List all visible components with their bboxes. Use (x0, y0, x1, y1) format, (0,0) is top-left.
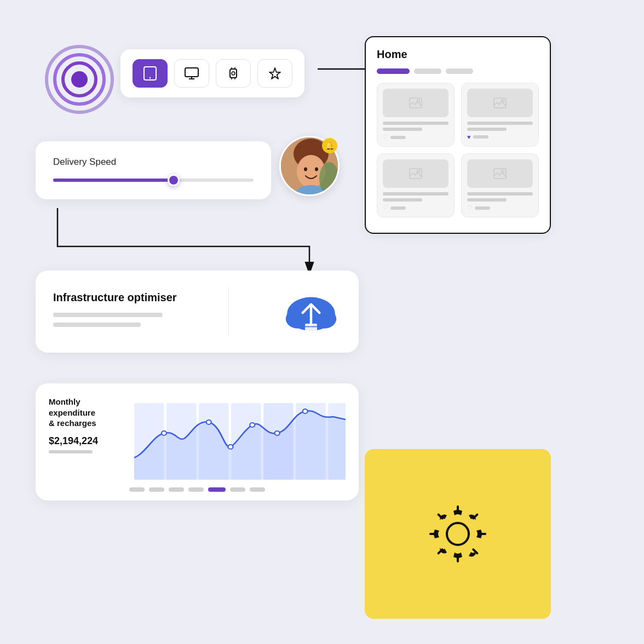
mini-card-img-2 (467, 89, 533, 117)
home-tabs (377, 68, 539, 74)
delivery-slider-thumb[interactable] (168, 174, 180, 186)
expenditure-sub-line (49, 450, 93, 453)
dot-2[interactable] (149, 487, 164, 492)
delivery-speed-card: Delivery Speed (36, 141, 271, 199)
infra-left: Infrastructure optimiser (53, 291, 177, 332)
infra-card: Infrastructure optimiser (36, 271, 359, 353)
svg-point-52 (447, 523, 469, 545)
home-tab-3[interactable] (446, 68, 473, 74)
infra-line-1 (53, 313, 163, 317)
home-panel-title: Home (377, 48, 539, 61)
infra-line-2 (53, 323, 141, 327)
dot-6[interactable] (230, 487, 245, 492)
svg-rect-6 (185, 68, 198, 77)
home-tab-1[interactable] (377, 68, 410, 74)
home-mini-card-4: ♡ (461, 153, 539, 217)
mini-card-img-3 (383, 159, 449, 188)
svg-point-32 (502, 170, 504, 173)
svg-point-47 (206, 420, 211, 424)
svg-rect-10 (230, 69, 237, 78)
dot-5[interactable] (208, 487, 226, 492)
dot-7[interactable] (250, 487, 265, 492)
notification-badge: 🔔 (322, 138, 337, 153)
home-card-grid: ♡ ♥ (377, 83, 539, 217)
home-panel: Home ♡ (365, 36, 551, 234)
svg-point-48 (250, 423, 255, 427)
gear-icon (425, 501, 491, 567)
svg-point-30 (417, 170, 420, 173)
home-mini-card-1: ♡ (377, 83, 455, 147)
expenditure-card: Monthly expenditure& recharges $2,194,22… (36, 383, 359, 501)
mini-card-img-4 (467, 159, 533, 188)
expenditure-chart (134, 403, 346, 480)
svg-point-50 (228, 445, 233, 449)
star-button[interactable] (257, 59, 292, 88)
tablet-button[interactable] (133, 59, 168, 88)
svg-rect-37 (305, 324, 317, 332)
cloud-upload-icon (281, 287, 341, 336)
delivery-speed-label: Delivery Speed (53, 157, 254, 168)
svg-point-23 (319, 162, 339, 195)
pagination-dots (49, 487, 346, 492)
watch-button[interactable] (216, 59, 251, 88)
svg-point-28 (502, 100, 504, 102)
svg-rect-27 (494, 98, 506, 108)
svg-point-15 (232, 72, 235, 75)
dot-1[interactable] (129, 487, 145, 492)
dot-4[interactable] (188, 487, 204, 492)
home-mini-card-2: ♥ (461, 83, 539, 147)
svg-rect-25 (410, 98, 422, 108)
expenditure-title: Monthly expenditure& recharges (49, 396, 125, 429)
delivery-slider-track[interactable] (53, 179, 254, 182)
infra-divider (228, 287, 229, 336)
dot-3[interactable] (169, 487, 184, 492)
svg-point-3 (71, 71, 88, 88)
svg-point-20 (304, 168, 307, 171)
svg-point-26 (417, 100, 420, 102)
monitor-button[interactable] (174, 59, 209, 88)
home-mini-card-3: ♡ (377, 153, 455, 217)
svg-point-21 (315, 168, 318, 171)
svg-point-49 (303, 409, 308, 413)
home-tab-2[interactable] (414, 68, 441, 74)
mini-card-img-1 (383, 89, 449, 117)
gear-panel (365, 449, 551, 619)
device-toolbar-card (120, 49, 304, 97)
infra-title: Infrastructure optimiser (53, 291, 177, 304)
expenditure-value: $2,194,224 (49, 435, 125, 447)
svg-point-46 (162, 431, 166, 435)
bullseye-icon (44, 44, 115, 115)
svg-rect-29 (410, 169, 422, 179)
delivery-slider-fill (53, 179, 174, 182)
svg-rect-31 (494, 169, 506, 179)
user-avatar-wrap: 🔔 (279, 136, 340, 196)
svg-point-51 (275, 431, 280, 435)
